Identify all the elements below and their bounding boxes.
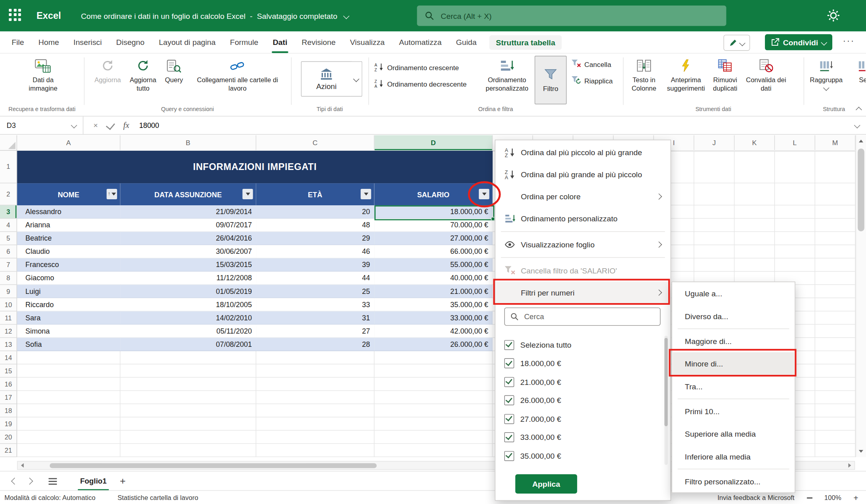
row-header-13[interactable]: 13 bbox=[0, 338, 16, 351]
ungroup-button-cutoff[interactable]: Sep bbox=[848, 57, 866, 84]
tab-guida[interactable]: Guida bbox=[449, 31, 484, 53]
clear-filter-button[interactable]: Cancella bbox=[571, 59, 611, 69]
formula-bar-value[interactable]: 18000 bbox=[139, 121, 159, 130]
next-sheet-icon[interactable] bbox=[26, 478, 33, 485]
row-header-2[interactable]: 2 bbox=[0, 183, 16, 205]
filter-button-active[interactable]: Filtro bbox=[535, 56, 567, 104]
all-sheets-menu-icon[interactable] bbox=[49, 478, 57, 485]
cell[interactable]: 66.000,00 € bbox=[375, 245, 493, 258]
cell[interactable]: 15/03/2015 bbox=[120, 258, 256, 271]
sheet-tab-foglio1[interactable]: Foglio1 bbox=[72, 472, 114, 491]
apply-filter-button[interactable]: Applica bbox=[515, 474, 577, 494]
document-title[interactable]: Come ordinare i dati in un foglio di cal… bbox=[81, 11, 349, 20]
remove-duplicates-button[interactable]: Rimuovi duplicati bbox=[708, 57, 742, 92]
filter-option[interactable]: Seleziona tutto bbox=[504, 336, 571, 354]
zoom-level[interactable]: 100% bbox=[824, 494, 841, 502]
checkbox-checked-icon[interactable] bbox=[504, 432, 514, 442]
data-types-actions-button[interactable]: Azioni bbox=[301, 61, 352, 97]
cell[interactable]: 26.000,00 € bbox=[375, 338, 493, 351]
row-header-14[interactable]: 14 bbox=[0, 351, 16, 364]
sort-descending-button[interactable]: ZA Ordinamento decrescente bbox=[375, 79, 467, 90]
calc-mode-status[interactable]: Modalità di calcolo: Automatico bbox=[4, 494, 95, 502]
checkbox-checked-icon[interactable] bbox=[504, 377, 514, 387]
cell[interactable]: Simona bbox=[17, 325, 120, 338]
column-header-A[interactable]: A bbox=[17, 135, 120, 150]
row-header-19[interactable]: 19 bbox=[0, 417, 16, 431]
send-feedback-link[interactable]: Invia feedback a Microsoft bbox=[718, 494, 795, 502]
actions-dropdown-arrow[interactable] bbox=[351, 61, 362, 97]
row-header-8[interactable]: 8 bbox=[0, 271, 16, 285]
cell[interactable]: 01/05/2019 bbox=[120, 285, 256, 298]
filter-button-età[interactable] bbox=[361, 189, 371, 199]
tab-file[interactable]: File bbox=[4, 31, 31, 53]
tab-dati[interactable]: Dati bbox=[266, 31, 294, 53]
cell[interactable]: 05/11/2020 bbox=[120, 325, 256, 338]
app-launcher-waffle-icon[interactable] bbox=[9, 8, 23, 23]
more-options-icon[interactable]: ··· bbox=[843, 36, 855, 46]
query-button[interactable]: Query bbox=[161, 57, 187, 84]
cell[interactable]: 14/02/2010 bbox=[120, 312, 256, 325]
checkbox-checked-icon[interactable] bbox=[504, 451, 514, 461]
submenu-item-tra-[interactable]: Tra... bbox=[673, 375, 794, 397]
cell[interactable]: 18/10/2005 bbox=[120, 298, 256, 312]
row-header-18[interactable]: 18 bbox=[0, 404, 16, 417]
refresh-all-button[interactable]: Aggiorna tutto bbox=[126, 57, 160, 92]
cell[interactable]: Sofia bbox=[17, 338, 120, 351]
cell[interactable]: 20 bbox=[256, 205, 375, 219]
cell[interactable]: 35.000,00 € bbox=[375, 298, 493, 312]
confirm-entry-icon[interactable] bbox=[106, 121, 115, 130]
cell[interactable]: 28 bbox=[256, 338, 375, 351]
row-header-1[interactable]: 1 bbox=[0, 151, 16, 183]
collapse-ribbon-icon[interactable] bbox=[857, 104, 861, 114]
scroll-down-icon[interactable] bbox=[859, 450, 863, 453]
cell[interactable]: Sara bbox=[17, 312, 120, 325]
cell[interactable]: Francesco bbox=[17, 258, 120, 271]
column-header-J[interactable]: J bbox=[694, 135, 735, 150]
scroll-left-icon[interactable] bbox=[21, 463, 24, 468]
cell[interactable]: 40.000,00 € bbox=[375, 271, 493, 285]
filter-list-scroll-thumb[interactable] bbox=[664, 338, 667, 426]
table-title-cell[interactable]: INFORMAZIONI IMPIEGATI bbox=[17, 151, 493, 183]
vertical-scrollbar[interactable] bbox=[856, 135, 866, 457]
row-header-12[interactable]: 12 bbox=[0, 325, 16, 338]
row-header-21[interactable]: 21 bbox=[0, 444, 16, 457]
filter-search-box[interactable] bbox=[504, 308, 661, 326]
row-header-20[interactable]: 20 bbox=[0, 431, 16, 444]
custom-sort-button[interactable]: Ordinamento personalizzato bbox=[483, 57, 531, 92]
cell[interactable]: Arianna bbox=[17, 219, 120, 232]
cell[interactable]: 31 bbox=[256, 312, 375, 325]
row-header-3[interactable]: 3 bbox=[0, 205, 16, 219]
search-box[interactable] bbox=[417, 6, 726, 26]
expand-formula-bar-icon[interactable] bbox=[854, 122, 860, 129]
reapply-filter-button[interactable]: Riapplica bbox=[571, 76, 613, 86]
zoom-in-icon[interactable]: + bbox=[854, 494, 858, 502]
row-header-7[interactable]: 7 bbox=[0, 258, 16, 271]
cell[interactable]: 30/06/2007 bbox=[120, 245, 256, 258]
zoom-out-icon[interactable] bbox=[807, 497, 812, 498]
column-header-L[interactable]: L bbox=[775, 135, 815, 150]
name-box[interactable]: D3 bbox=[0, 117, 83, 134]
scroll-up-icon[interactable] bbox=[859, 140, 863, 142]
cell[interactable]: 42.000,00 € bbox=[375, 325, 493, 338]
row-header-17[interactable]: 17 bbox=[0, 391, 16, 404]
submenu-item-inferiore-alla-media[interactable]: Inferiore alla media bbox=[673, 445, 794, 468]
tab-revisione[interactable]: Revisione bbox=[294, 31, 343, 53]
tab-struttura-tabella[interactable]: Struttura tabella bbox=[489, 35, 562, 49]
filter-option[interactable]: 21.000,00 € bbox=[504, 372, 561, 391]
tab-formule[interactable]: Formule bbox=[223, 31, 266, 53]
row-header-9[interactable]: 9 bbox=[0, 285, 16, 298]
tab-home[interactable]: Home bbox=[31, 31, 66, 53]
filter-button-salario[interactable] bbox=[479, 189, 489, 199]
tab-automatizza[interactable]: Automatizza bbox=[392, 31, 449, 53]
cell[interactable]: Beatrice bbox=[17, 232, 120, 245]
column-header-M[interactable]: M bbox=[815, 135, 856, 150]
column-header-D[interactable]: D bbox=[375, 135, 493, 150]
menu-item-1[interactable]: ZAOrdina dal più grande al più piccolo bbox=[496, 164, 670, 186]
cell[interactable]: 11/12/2008 bbox=[120, 271, 256, 285]
filter-search-input[interactable] bbox=[523, 312, 660, 321]
text-to-columns-button[interactable]: Testo in Colonne bbox=[624, 57, 664, 92]
submenu-item-filtro-personalizzato-[interactable]: Filtro personalizzato... bbox=[673, 470, 794, 492]
data-validation-button[interactable]: Convalida dei dati bbox=[742, 57, 790, 92]
table-header-salario[interactable]: SALARIO bbox=[375, 183, 493, 205]
horizontal-scroll-thumb[interactable] bbox=[50, 463, 377, 468]
